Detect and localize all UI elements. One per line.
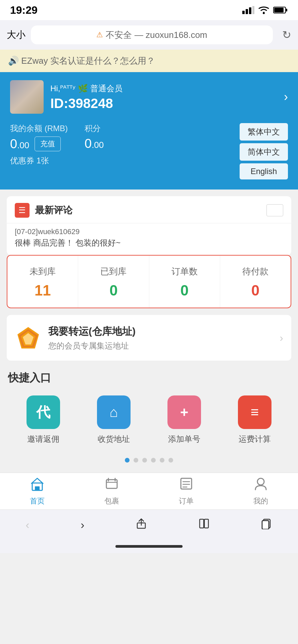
comment-text: 很棒 商品完善！ 包装的很好~ — [15, 237, 283, 248]
transfer-card[interactable]: 我要转运(仓库地址) 您的会员专属集运地址 › — [7, 315, 291, 361]
comment-title: 最新评论 — [35, 204, 266, 217]
lang-btn-simplified[interactable]: 简体中文 — [240, 143, 288, 161]
quick-item-1[interactable]: ⌂ 收货地址 — [97, 395, 131, 444]
recharge-button[interactable]: 充值 — [35, 137, 61, 151]
comment-card: ☰ 最新评论 [07-02]wuek610629 很棒 商品完善！ 包装的很好~ — [7, 196, 291, 255]
nav-item-包裹[interactable]: 包裹 — [74, 476, 149, 506]
stat-item-0[interactable]: 未到库 11 — [7, 256, 78, 308]
comment-icon: ☰ — [15, 203, 30, 218]
balance-integer: 0 — [10, 137, 17, 151]
svg-rect-2 — [249, 7, 251, 14]
browser-address-bar[interactable]: ⚠ 不安全 — zuoxun168.com — [31, 25, 273, 44]
svg-point-4 — [263, 12, 265, 14]
user-info-left: Hi,ᴾᴬᵀᵀʸ 🌿 普通会员 ID:398248 — [10, 80, 122, 114]
quick-icons-row: 代 邀请返佣 ⌂ 收货地址 + 添加单号 ≡ 运费计算 — [8, 395, 290, 444]
svg-rect-18 — [200, 519, 204, 528]
browser-bottom-bar: ‹ › — [0, 509, 298, 540]
svg-rect-3 — [252, 6, 254, 14]
browser-address-text: 不安全 — zuoxun168.com — [106, 29, 207, 41]
nav-label-0: 首页 — [30, 496, 45, 506]
nav-icon-0 — [29, 476, 45, 494]
points-label: 积分 — [85, 123, 104, 134]
lock-icon: ⚠ — [96, 31, 103, 39]
bottom-nav: 首页 包裹 订单 我的 — [0, 473, 298, 509]
svg-point-16 — [257, 478, 264, 485]
lang-btn-traditional[interactable]: 繁体中文 — [240, 123, 288, 141]
quick-access-section: 快捷入口 代 邀请返佣 ⌂ 收货地址 + 添加单号 ≡ 运费计算 — [0, 361, 298, 451]
user-id: ID:398248 — [50, 96, 122, 111]
nav-icon-1 — [104, 476, 120, 494]
svg-rect-0 — [242, 11, 245, 14]
balance-value: 0.00 — [10, 137, 29, 151]
nav-icon-3 — [253, 476, 269, 494]
user-info-row: Hi,ᴾᴬᵀᵀʸ 🌿 普通会员 ID:398248 › — [10, 80, 288, 114]
balance-lang-row: 我的余额 (RMB) 0.00 充值 积分 0.00 — [10, 123, 288, 179]
user-chevron-icon[interactable]: › — [284, 90, 288, 104]
share-button[interactable] — [136, 518, 147, 532]
nav-item-首页[interactable]: 首页 — [0, 476, 74, 506]
svg-rect-21 — [262, 521, 269, 529]
bookmark-button[interactable] — [198, 518, 210, 532]
nav-item-订单[interactable]: 订单 — [149, 476, 224, 506]
home-bar — [115, 545, 183, 548]
back-button[interactable]: ‹ — [26, 518, 29, 531]
battery-icon — [273, 6, 288, 14]
quick-item-2[interactable]: + 添加单号 — [167, 395, 201, 444]
svg-rect-19 — [204, 519, 208, 528]
browser-bar: 大小 ⚠ 不安全 — zuoxun168.com ↻ — [0, 20, 298, 50]
quick-icon-2: + — [167, 395, 201, 429]
signal-icon — [242, 6, 254, 14]
warning-banner[interactable]: 🔊 EZway 实名认证是什么？怎么用？ — [0, 50, 298, 72]
dot-1 — [125, 458, 130, 463]
balance-value-row: 0.00 充值 — [10, 137, 68, 151]
status-icons — [242, 6, 288, 14]
warning-text: 🔊 EZway 实名认证是什么？怎么用？ — [8, 55, 155, 67]
status-bar: 19:29 — [0, 0, 298, 20]
nav-label-2: 订单 — [179, 496, 194, 506]
browser-size-label: 大小 — [7, 29, 26, 41]
avatar — [10, 80, 44, 114]
balance-section: 我的余额 (RMB) 0.00 充值 积分 0.00 — [10, 123, 104, 151]
comment-icon-symbol: ☰ — [18, 206, 26, 215]
quick-icon-0: 代 — [27, 395, 60, 429]
stat-label-0: 未到库 — [30, 266, 56, 277]
nav-item-我的[interactable]: 我的 — [224, 476, 298, 506]
user-greeting: Hi,ᴾᴬᵀᵀʸ 🌿 普通会员 — [50, 83, 122, 94]
quick-icon-3: ≡ — [238, 395, 271, 429]
forward-button[interactable]: › — [81, 518, 84, 531]
quick-label-1: 收货地址 — [98, 434, 130, 444]
avatar-image — [10, 80, 44, 114]
points-value-row: 0.00 — [85, 137, 104, 151]
tabs-button[interactable] — [261, 518, 272, 532]
transfer-text: 我要转运(仓库地址) 您的会员专属集运地址 — [48, 325, 273, 351]
quick-item-3[interactable]: ≡ 运费计算 — [238, 395, 271, 444]
svg-rect-7 — [274, 8, 284, 12]
balance-item: 我的余额 (RMB) 0.00 充值 — [10, 123, 68, 151]
pagination-dots — [0, 451, 298, 473]
refresh-icon[interactable]: ↻ — [282, 29, 291, 41]
stat-value-1: 0 — [109, 282, 117, 299]
stat-item-1[interactable]: 已到库 0 — [78, 256, 149, 308]
dot-6 — [168, 458, 173, 463]
comment-header: ☰ 最新评论 — [7, 196, 291, 223]
balance-decimal: .00 — [17, 140, 29, 150]
stat-value-2: 0 — [180, 282, 188, 299]
quick-item-0[interactable]: 代 邀请返佣 — [27, 395, 60, 444]
language-buttons: 繁体中文 简体中文 English — [240, 123, 288, 179]
nav-label-3: 我的 — [253, 496, 268, 506]
transfer-title: 我要转运(仓库地址) — [48, 325, 273, 338]
lang-btn-english[interactable]: English — [240, 163, 288, 179]
main-content: ☰ 最新评论 [07-02]wuek610629 很棒 商品完善！ 包装的很好~… — [0, 196, 298, 473]
stat-item-3[interactable]: 待付款 0 — [220, 256, 291, 308]
transfer-diamond-icon — [15, 324, 42, 351]
stat-item-2[interactable]: 订单数 0 — [149, 256, 220, 308]
points-integer: 0 — [85, 137, 92, 151]
nav-icon-2 — [178, 476, 194, 494]
points-decimal: .00 — [92, 140, 104, 150]
user-header: Hi,ᴾᴬᵀᵀʸ 🌿 普通会员 ID:398248 › 我的余额 (RMB) 0… — [0, 72, 298, 190]
quick-label-0: 邀请返佣 — [27, 434, 59, 444]
svg-rect-6 — [286, 9, 287, 11]
quick-label-3: 运费计算 — [239, 434, 271, 444]
dot-2 — [134, 458, 138, 463]
status-time: 19:29 — [10, 4, 38, 16]
